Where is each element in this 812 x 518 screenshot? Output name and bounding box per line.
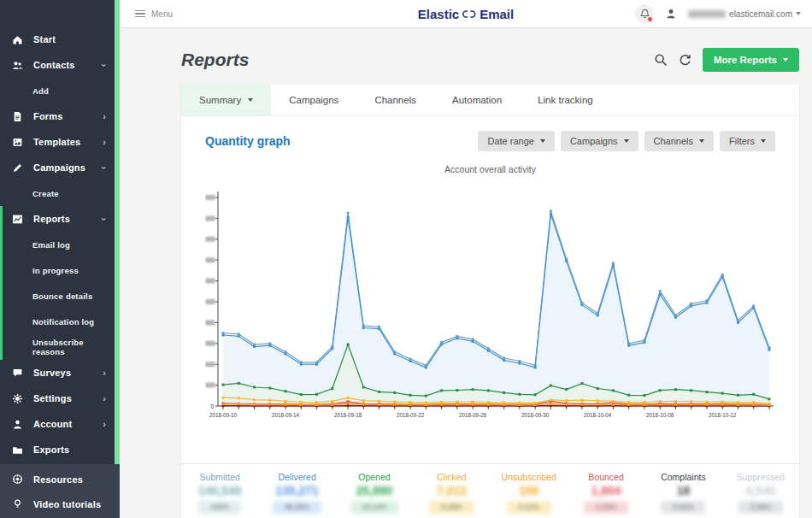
- sidebar-item-settings[interactable]: Settings›: [0, 386, 115, 411]
- chevron-down-icon: [699, 139, 704, 143]
- sidebar-item-video-tutorials[interactable]: Video tutorials: [0, 492, 120, 516]
- page-title: Reports: [181, 50, 249, 70]
- sidebar-item-contacts[interactable]: Contacts›: [0, 52, 115, 78]
- sidebar-item-label: Bounce details: [32, 291, 92, 301]
- contacts-icon: [12, 60, 24, 71]
- sidebar-item-bounce-details[interactable]: Bounce details: [0, 283, 115, 309]
- sidebar-item-label: Unsubscribe reasons: [32, 338, 106, 356]
- chevron-down-icon: [540, 139, 545, 143]
- sidebar-item-in-progress[interactable]: In progress: [0, 257, 115, 283]
- sidebar-item-label: Reports: [33, 214, 70, 224]
- activity-line-chart: 02018-09-102018-09-142018-09-182018-09-2…: [205, 176, 775, 433]
- filter-buttons: Date rangeCampaignsChannelsFilters: [478, 131, 775, 151]
- templates-icon: [12, 137, 24, 148]
- stat-label: Suppressed: [722, 472, 799, 482]
- sidebar-item-campaigns[interactable]: Campaigns›: [0, 155, 115, 180]
- stat-delivered: Delivered135,27196.25%: [258, 472, 335, 518]
- svg-text:2018-09-30: 2018-09-30: [521, 412, 550, 418]
- sidebar-item-account[interactable]: Account›: [0, 411, 115, 437]
- sidebar-item-label: Video tutorials: [33, 499, 101, 509]
- button-label: Filters: [729, 136, 755, 146]
- stat-value-blurred: 4,540: [722, 484, 799, 497]
- stat-value-blurred: 135,271: [258, 484, 335, 497]
- account-domain: elasticemail.com: [729, 9, 792, 19]
- filters-button[interactable]: Filters: [720, 131, 775, 151]
- menu-button[interactable]: Menu: [120, 9, 173, 19]
- stat-badge-blurred: 100%: [198, 501, 241, 514]
- sidebar-nav: StartContacts›AddForms›Templates›Campaig…: [0, 0, 115, 462]
- exports-icon: [12, 444, 24, 456]
- tab-automation[interactable]: Automation: [434, 85, 520, 115]
- home-icon: [12, 34, 24, 45]
- account-icon: [12, 419, 24, 430]
- chart: 02018-09-102018-09-142018-09-182018-09-2…: [205, 176, 775, 436]
- surveys-icon: [12, 368, 24, 379]
- stat-badge-blurred: 96.25%: [273, 501, 321, 514]
- elastic-email-logo[interactable]: Elastic Email: [418, 7, 514, 21]
- tab-bar: SummaryCampaignsChannelsAutomationLink t…: [181, 85, 799, 116]
- stat-badge-blurred: 19.14%: [350, 501, 399, 514]
- svg-text:2018-09-18: 2018-09-18: [334, 412, 362, 418]
- search-icon[interactable]: [654, 53, 668, 67]
- sidebar-item-label: Notification log: [32, 317, 94, 327]
- header-right: elasticemail.com: [635, 4, 812, 23]
- date-range-button[interactable]: Date range: [478, 131, 554, 151]
- svg-text:2018-09-14: 2018-09-14: [272, 412, 300, 418]
- notifications-button[interactable]: [635, 4, 654, 23]
- tab-campaigns[interactable]: Campaigns: [271, 85, 356, 115]
- sidebar-item-label: Forms: [33, 111, 63, 121]
- sidebar-item-forms[interactable]: Forms›: [0, 103, 115, 129]
- stat-value-blurred: 156: [491, 484, 568, 497]
- stat-badge-blurred: 1.33%: [584, 501, 628, 514]
- section-title: Quantity graph: [205, 134, 291, 148]
- sidebar-item-label: In progress: [32, 266, 79, 275]
- channels-button[interactable]: Channels: [644, 131, 714, 151]
- settings-icon: [12, 393, 24, 404]
- tab-label: Channels: [374, 95, 416, 105]
- account-username-blurred: [688, 10, 726, 18]
- logo-text-1: Elastic: [418, 7, 459, 21]
- button-label: Date range: [487, 136, 533, 146]
- stat-label: Opened: [336, 472, 413, 482]
- stat-complaints: Complaints180.01%: [644, 472, 721, 518]
- sidebar-item-add[interactable]: Add: [0, 78, 115, 103]
- sidebar-item-templates[interactable]: Templates›: [0, 129, 115, 155]
- sidebar-item-resources[interactable]: Resources: [0, 467, 120, 492]
- chevron-right-icon: ›: [103, 394, 106, 403]
- app-window: StartContacts›AddForms›Templates›Campaig…: [0, 0, 812, 518]
- tab-summary[interactable]: Summary: [181, 85, 271, 115]
- more-reports-button[interactable]: More Reports: [703, 48, 799, 72]
- account-menu[interactable]: elasticemail.com: [688, 9, 801, 19]
- tab-channels[interactable]: Channels: [356, 85, 434, 115]
- sidebar-item-start[interactable]: Start: [0, 26, 115, 52]
- svg-text:2018-09-10: 2018-09-10: [209, 412, 238, 418]
- sidebar-item-label: Exports: [33, 444, 69, 455]
- video-tutorials-icon: [12, 498, 24, 509]
- sidebar-item-reports[interactable]: Reports›: [0, 206, 115, 232]
- stat-label: Delivered: [258, 472, 335, 482]
- user-icon[interactable]: [665, 8, 677, 20]
- chevron-down-icon: [796, 12, 801, 15]
- sidebar-item-email-log[interactable]: Email log: [0, 232, 115, 257]
- sidebar-item-label: Surveys: [33, 368, 71, 378]
- stat-label: Unsubscribed: [491, 472, 568, 482]
- reports-icon: [12, 214, 24, 225]
- sidebar-item-create[interactable]: Create: [0, 180, 115, 206]
- chevron-down-icon: ›: [100, 166, 109, 169]
- stat-value-blurred: 140,540: [181, 484, 258, 497]
- menu-label: Menu: [151, 9, 173, 19]
- tab-link-tracking[interactable]: Link tracking: [520, 85, 611, 115]
- sidebar-item-exports[interactable]: Exports: [0, 437, 115, 462]
- sidebar-item-unsubscribe-reasons[interactable]: Unsubscribe reasons: [0, 334, 115, 360]
- stat-value-blurred: 18: [644, 484, 721, 497]
- stat-value-blurred: 1,804: [568, 484, 644, 497]
- stat-value-blurred: 7,012: [413, 484, 490, 497]
- sidebar-item-surveys[interactable]: Surveys›: [0, 360, 115, 386]
- campaigns-button[interactable]: Campaigns: [561, 131, 638, 151]
- svg-text:2018-09-22: 2018-09-22: [397, 412, 425, 418]
- button-label: Campaigns: [570, 136, 618, 146]
- chevron-down-icon: [248, 98, 253, 102]
- refresh-icon[interactable]: [679, 54, 691, 67]
- content-area: Reports More Reports SummaryCampaignsCha…: [120, 28, 812, 518]
- sidebar-item-notification-log[interactable]: Notification log: [0, 309, 115, 334]
